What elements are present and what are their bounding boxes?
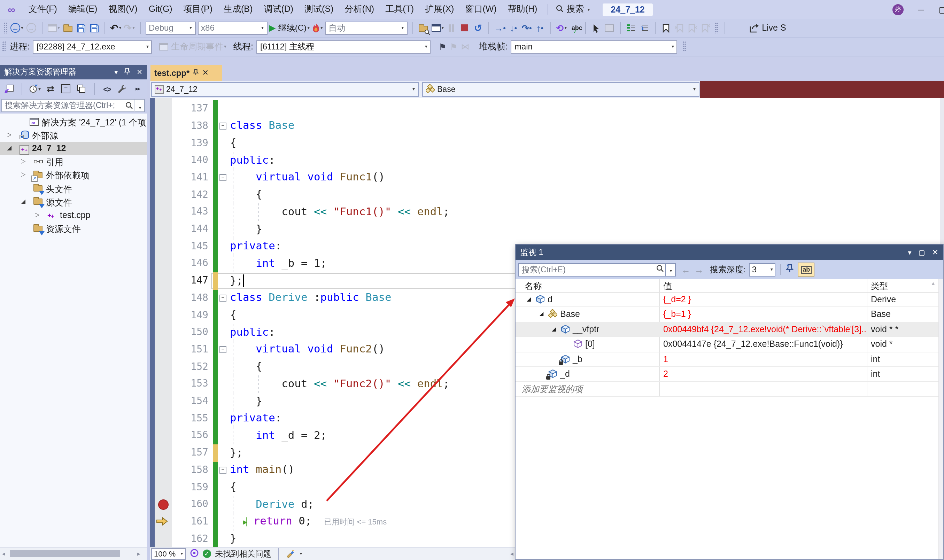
continue-button[interactable]: ▶ 继续(C)▾: [269, 21, 310, 35]
column-type[interactable]: 类型: [871, 281, 888, 292]
code-cleanup-brush-icon[interactable]: [286, 549, 295, 559]
flag-parallel-icon[interactable]: ⚑: [448, 40, 459, 54]
solution-explorer-search[interactable]: 搜索解决方案资源管理器(Ctrl+; ▾: [2, 99, 145, 112]
show-all-files-icon[interactable]: <>: [102, 82, 112, 96]
code-line-137[interactable]: 137: [150, 100, 944, 117]
tree-expanded-icon[interactable]: ◢: [7, 144, 11, 151]
watch-vertical-scrollbar[interactable]: [938, 279, 943, 559]
configuration-select[interactable]: Debug▾: [145, 21, 196, 34]
bookmark-icon[interactable]: [661, 21, 671, 35]
watch-row-__vfptr[interactable]: ◢__vfptr0x00449bf4 {24_7_12.exe!void(* D…: [516, 323, 939, 337]
close-icon[interactable]: ✕: [202, 68, 208, 77]
live-share-button[interactable]: Live S: [750, 21, 786, 35]
watch-value[interactable]: 0x0044147e {24_7_12.exe!Base::Func1(void…: [663, 339, 867, 349]
step-over-icon[interactable]: ↷•: [521, 21, 532, 35]
watch-row-[0][interactable]: [0]0x0044147e {24_7_12.exe!Base::Func1(v…: [516, 337, 939, 352]
tree-collapsed-icon[interactable]: ▷: [35, 211, 39, 218]
step-out-icon[interactable]: ↑•: [534, 21, 545, 35]
step-into-icon[interactable]: →•: [494, 21, 506, 35]
process-select[interactable]: [92288] 24_7_12.exe▾: [33, 40, 152, 53]
search-next-icon[interactable]: →: [695, 264, 704, 275]
perf-tip[interactable]: 已用时间 <= 15ms: [324, 518, 387, 526]
code-line-141[interactable]: 141− virtual void Func1(): [150, 169, 944, 186]
sidebar-item-[interactable]: ◢源文件: [0, 195, 147, 209]
lifecycle-events-button[interactable]: 生命周期事件▾: [159, 40, 226, 54]
restart-icon[interactable]: ↺: [472, 21, 484, 35]
indent-icon[interactable]: [625, 21, 637, 35]
maximize-button[interactable]: ▢: [938, 5, 944, 14]
hot-reload-mode-select[interactable]: 自动▾: [325, 21, 407, 34]
tree-expanded-icon[interactable]: ◢: [527, 296, 531, 302]
pause-icon[interactable]: [446, 21, 457, 35]
tree-collapsed-icon[interactable]: ▷: [21, 157, 25, 165]
watch-value[interactable]: {_b=1 }: [663, 309, 867, 319]
toolbar-overflow-icon[interactable]: ▸▸: [132, 82, 143, 96]
window-menu-chevron-icon[interactable]: ▾: [908, 248, 912, 256]
code-line-140[interactable]: 140public:: [150, 152, 944, 169]
search-menu-button[interactable]: 搜索 ▾: [553, 3, 593, 15]
search-prev-icon[interactable]: ←: [681, 264, 690, 275]
prev-bookmark-icon[interactable]: [674, 21, 685, 35]
window-switch-icon[interactable]: ▾: [47, 21, 60, 35]
issues-status-label[interactable]: 未找到相关问题: [215, 549, 271, 559]
menu-S[interactable]: 测试(S): [299, 0, 339, 19]
column-value[interactable]: 值: [663, 281, 672, 292]
intellitrace-icon[interactable]: ⟲▾: [556, 21, 567, 35]
save-all-icon[interactable]: [88, 21, 100, 35]
watch-add-row[interactable]: 添加要监视的项: [516, 382, 939, 397]
menu-GitG[interactable]: Git(G): [143, 0, 178, 19]
code-line-144[interactable]: 144 }: [150, 221, 944, 238]
search-dropdown-chevron-icon[interactable]: ▾: [134, 99, 144, 112]
tree-collapsed-icon[interactable]: ▷: [7, 131, 11, 138]
next-bookmark-icon[interactable]: [687, 21, 698, 35]
toolbar-grip[interactable]: [2, 41, 6, 52]
properties-copy-icon[interactable]: [75, 82, 87, 96]
switch-views-icon[interactable]: [3, 82, 15, 96]
minimize-button[interactable]: ─: [916, 5, 926, 14]
watch-value[interactable]: 2: [663, 369, 867, 379]
pin-values-icon[interactable]: [786, 264, 794, 275]
code-line-143[interactable]: 143 cout << "Func1()" << endl;: [150, 204, 944, 221]
navigate-forward-icon[interactable]: →: [25, 21, 37, 35]
project-dropdown[interactable]: +₊ 24_7_12 ▾: [151, 82, 418, 97]
sidebar-item-[interactable]: 资源文件: [0, 222, 147, 235]
user-avatar[interactable]: 婷: [892, 4, 904, 15]
menu-W[interactable]: 窗口(W): [459, 0, 502, 19]
pin-icon[interactable]: [193, 68, 199, 78]
toolbar-grip[interactable]: [715, 22, 718, 34]
watch-value[interactable]: 0x00449bf4 {24_7_12.exe!void(* Derive::`…: [663, 325, 867, 334]
find-in-files-icon[interactable]: [418, 21, 429, 35]
select-cursor-icon[interactable]: [591, 21, 602, 35]
watch-value[interactable]: 1: [663, 354, 867, 364]
parallel-stacks-icon[interactable]: ⋈: [459, 40, 471, 54]
sidebar-horizontal-scrollbar[interactable]: ◂ ▸: [0, 547, 147, 560]
menu-B[interactable]: 生成(B): [218, 0, 258, 19]
menu-F[interactable]: 文件(F): [23, 0, 63, 19]
watch-row-_b[interactable]: _b1int: [516, 352, 939, 367]
properties-wrench-icon[interactable]: [117, 82, 128, 96]
sync-with-active-document-icon[interactable]: ⇄: [45, 82, 56, 96]
show-threads-flag-icon[interactable]: ⚑: [437, 40, 448, 54]
codelens-health-icon[interactable]: [190, 549, 198, 558]
toolbar-grip[interactable]: [3, 22, 7, 34]
sidebar-item-[interactable]: ▷引用: [0, 155, 147, 169]
search-dropdown-chevron-icon[interactable]: ▾: [666, 263, 676, 276]
fold-collapse-icon[interactable]: −: [219, 174, 226, 182]
breakpoint-icon[interactable]: [158, 500, 169, 510]
stack-frame-select[interactable]: main▾: [511, 40, 678, 53]
column-name[interactable]: 名称: [525, 281, 542, 292]
show-raw-text-toggle[interactable]: ab: [798, 263, 815, 277]
menu-D[interactable]: 调试(D): [258, 0, 299, 19]
watch-titlebar[interactable]: 监视 1 ▾ ▢ ✕: [516, 245, 943, 260]
scroll-left-icon[interactable]: ◂: [510, 550, 513, 557]
fold-collapse-icon[interactable]: −: [219, 467, 226, 474]
sidebar-item-testcpp[interactable]: ▷++test.cpp: [0, 209, 147, 222]
watch-value[interactable]: {_d=2 }: [663, 295, 867, 305]
sidebar-item-[interactable]: ▷外部源: [0, 129, 147, 142]
solution-name-pill[interactable]: 24_7_12: [602, 3, 653, 16]
watch-row-d[interactable]: ◢d{_d=2 }Derive: [516, 292, 939, 308]
code-line-138[interactable]: 138−class Base: [150, 118, 944, 135]
search-depth-select[interactable]: 3 ▾: [749, 263, 776, 276]
fold-collapse-icon[interactable]: −: [219, 295, 226, 302]
window-home-icon[interactable]: ▾: [431, 21, 444, 35]
